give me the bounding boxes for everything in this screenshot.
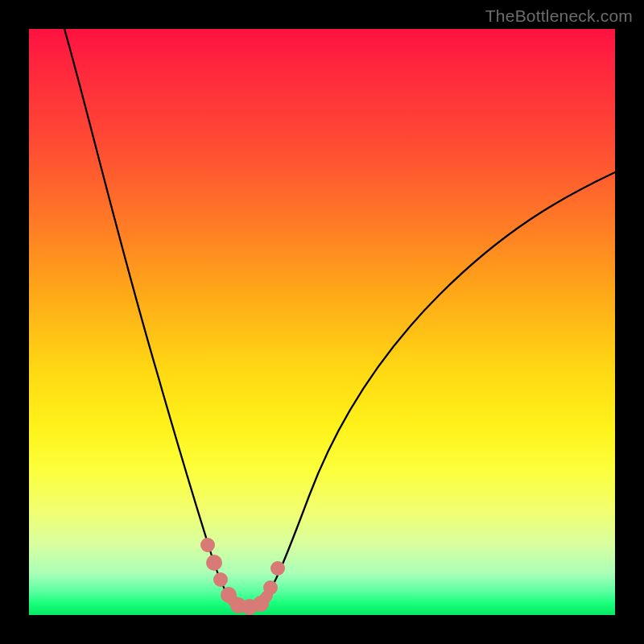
marker-point xyxy=(253,596,269,612)
right-branch-curve xyxy=(258,172,615,605)
chart-frame: TheBottleneck.com xyxy=(0,0,644,644)
marker-point xyxy=(200,538,215,552)
marker-point xyxy=(206,555,222,571)
left-branch-curve xyxy=(64,29,237,605)
curve-layer xyxy=(29,29,615,615)
marker-point xyxy=(263,580,278,595)
watermark-text: TheBottleneck.com xyxy=(485,6,633,26)
marker-point xyxy=(270,561,285,576)
plot-area xyxy=(29,29,615,615)
marker-point xyxy=(213,572,228,587)
